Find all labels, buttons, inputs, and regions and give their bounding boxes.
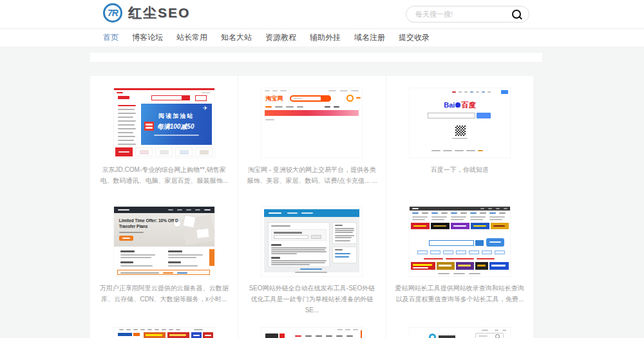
decor-bar bbox=[122, 238, 130, 239]
decor-bar bbox=[144, 122, 154, 131]
decor-bar bbox=[118, 124, 135, 126]
decor-bar bbox=[488, 91, 491, 93]
decor-bar bbox=[146, 127, 153, 129]
decor-bar bbox=[443, 150, 452, 151]
thumb-search-icon bbox=[495, 334, 500, 338]
decor-bar bbox=[470, 91, 473, 93]
nav-item-famous-sites[interactable]: 知名大站 bbox=[221, 32, 252, 43]
decor-bar bbox=[286, 106, 294, 108]
decor-bar bbox=[275, 106, 283, 108]
decor-bar bbox=[412, 216, 428, 218]
decor-bar bbox=[478, 150, 483, 151]
decor-bar bbox=[351, 90, 359, 91]
decor-bar bbox=[469, 250, 479, 254]
site-thumbnail-taobao[interactable]: 淘宝网 bbox=[261, 88, 362, 158]
decor-bar bbox=[195, 95, 207, 101]
decor-bar bbox=[169, 334, 186, 336]
decor-bar bbox=[117, 92, 123, 93]
site-thumbnail-baidu[interactable]: Bai百度 bbox=[410, 88, 510, 158]
decor-bar bbox=[180, 150, 189, 155]
decor-bar bbox=[477, 265, 486, 267]
site-search[interactable] bbox=[406, 6, 529, 23]
nav-item-home[interactable]: 首页 bbox=[103, 32, 118, 43]
decor-bar bbox=[335, 230, 354, 231]
decor-bar bbox=[118, 132, 133, 133]
decor-bar bbox=[265, 110, 359, 116]
site-caption-aizhan[interactable]: 爱站网站长工具提供网站收录查询和站长查询以及百度权重值查询等多个站长工具，免费.… bbox=[394, 283, 526, 305]
decor-bar bbox=[269, 212, 281, 214]
decor-bar bbox=[491, 223, 509, 229]
decor-bar: Bai百度 bbox=[410, 100, 510, 110]
decor-bar bbox=[489, 216, 505, 218]
jd-banner: ✈ 阅读加油站 每满100减50 bbox=[141, 104, 212, 145]
site-thumbnail-news-site[interactable] bbox=[261, 328, 362, 338]
site-thumbnail-seo-tool[interactable] bbox=[261, 207, 362, 276]
decor-bar bbox=[155, 329, 159, 330]
decor-bar bbox=[186, 209, 191, 211]
decor-bar bbox=[437, 262, 455, 270]
decor-bar bbox=[301, 212, 313, 214]
decor-bar bbox=[118, 144, 136, 145]
decor-bar bbox=[429, 240, 474, 246]
decor-bar bbox=[293, 98, 302, 99]
nav-item-webmaster-tools[interactable]: 站长常用 bbox=[176, 32, 207, 43]
decor-bar bbox=[336, 335, 343, 337]
decor-bar bbox=[361, 330, 362, 338]
decor-bar bbox=[168, 250, 182, 252]
decor-bar bbox=[118, 151, 129, 153]
decor-bar bbox=[135, 147, 153, 156]
decor-bar bbox=[176, 329, 180, 330]
decor-bar bbox=[118, 136, 135, 137]
nav-item-domain[interactable]: 域名注册 bbox=[354, 32, 385, 43]
decor-bar bbox=[410, 207, 510, 211]
decor-bar bbox=[271, 225, 290, 227]
decor-bar bbox=[455, 150, 464, 151]
site-caption-jd[interactable]: 京东JD.COM-专业的综合网上购物**,销售家电、数码通讯、电脑、家居百货、服… bbox=[98, 164, 230, 186]
decor-bar bbox=[412, 212, 419, 214]
search-input[interactable] bbox=[414, 10, 512, 19]
decor-bar bbox=[477, 113, 491, 118]
decor-bar bbox=[501, 90, 508, 94]
decor-bar bbox=[335, 237, 352, 238]
decor-bar bbox=[120, 272, 159, 274]
decor-bar bbox=[144, 332, 166, 338]
decor-bar bbox=[118, 128, 136, 129]
site-thumbnail-chinaz[interactable] bbox=[114, 328, 214, 338]
decor-bar bbox=[335, 235, 354, 236]
decor-bar bbox=[431, 223, 450, 229]
decor-bar bbox=[480, 212, 486, 214]
decor-bar bbox=[478, 335, 488, 337]
decor-bar bbox=[120, 261, 133, 263]
decor-bar bbox=[279, 333, 285, 338]
plane-icon: ✈ bbox=[203, 105, 208, 111]
site-card-chinaz bbox=[90, 315, 238, 338]
site-caption-seo-tool[interactable]: SEO网站外链全自动在线发布工具-SEO外链优化工具是一款专门为草根站长准备的外… bbox=[246, 283, 377, 315]
decor-bar bbox=[356, 97, 361, 99]
site-caption-taobao[interactable]: 淘宝网 - 亚洲较大的网上交易平台，提供各类服饰、美容、家居、数码、话费/点卡充… bbox=[246, 164, 377, 186]
nav-item-plugins[interactable]: 辅助外挂 bbox=[310, 32, 341, 43]
decor-bar bbox=[120, 257, 151, 258]
nav-item-submit[interactable]: 提交收录 bbox=[399, 32, 430, 43]
nav-item-resources[interactable]: 资源教程 bbox=[265, 32, 296, 43]
decor-bar bbox=[175, 147, 193, 156]
search-icon[interactable] bbox=[512, 10, 521, 19]
decor-bar bbox=[271, 249, 325, 250]
decor-bar bbox=[287, 212, 298, 214]
nav-item-blog-forum[interactable]: 博客论坛 bbox=[132, 32, 163, 43]
site-logo[interactable]: 7R 红尘SEO bbox=[103, 3, 190, 23]
decor-bar bbox=[470, 216, 486, 218]
decor-bar bbox=[177, 272, 187, 274]
decor-bar bbox=[335, 240, 350, 241]
site-caption-cloud-hosting[interactable]: 万用户正享用阿里云提供的云服务器、云数据库、云存储、CDN、大数据等服务，x小时… bbox=[98, 283, 230, 305]
site-thumbnail-blue-logo-site[interactable] bbox=[410, 328, 510, 338]
decor-bar bbox=[325, 106, 330, 108]
decor-bar bbox=[482, 250, 492, 254]
decor-bar bbox=[118, 120, 136, 122]
site-thumbnail-cloud-hosting[interactable]: Limited Time Offer: 10% Off D Transfer P… bbox=[114, 207, 214, 276]
decor-bar bbox=[452, 138, 468, 139]
site-caption-baidu[interactable]: 百度一下，你就知道 bbox=[394, 164, 526, 175]
decor-bar bbox=[311, 235, 321, 239]
site-thumbnail-aizhan[interactable] bbox=[410, 207, 510, 276]
site-thumbnail-jd[interactable]: ✈ 阅读加油站 每满100减50 bbox=[114, 88, 214, 158]
decor-bar bbox=[451, 219, 464, 220]
